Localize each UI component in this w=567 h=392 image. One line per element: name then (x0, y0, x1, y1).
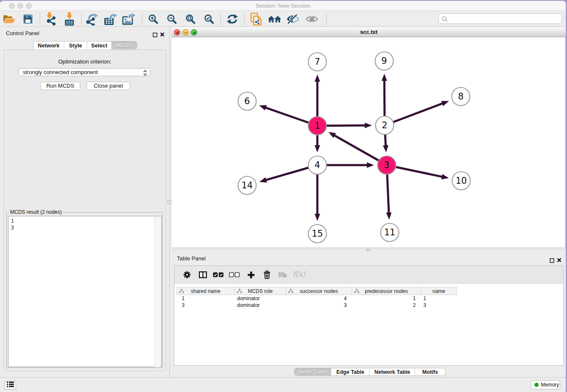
node-label-9: 9 (381, 56, 387, 66)
settings-icon[interactable] (181, 266, 193, 284)
table-panel-float-icon[interactable] (550, 257, 554, 265)
optimization-criterion-label: Optimization criterion: (4, 58, 166, 65)
delete-table-icon (276, 266, 289, 284)
toolbar-separator (142, 13, 142, 25)
table-tab-motifs[interactable]: Motifs (415, 368, 445, 375)
network-canvas[interactable]: 1234678910111415 (172, 37, 566, 248)
split-panel-icon[interactable] (196, 266, 209, 284)
cell-MCDS-role[interactable]: dominator (235, 295, 286, 302)
tab-select[interactable]: Select (87, 41, 112, 50)
delete-column-icon[interactable] (261, 266, 273, 284)
node-label-11: 11 (384, 227, 396, 237)
horizontal-splitter[interactable] (172, 248, 566, 251)
edge-arrow-1-7 (315, 75, 320, 82)
node-label-15: 15 (312, 229, 323, 239)
node-label-10: 10 (456, 176, 467, 186)
run-mcds-button[interactable]: Run MCDS (40, 82, 80, 90)
save-session-icon[interactable] (21, 11, 35, 27)
cell-successor-nodes[interactable]: 3 (286, 302, 352, 309)
import-table-icon[interactable] (62, 11, 77, 27)
tab-mcds[interactable]: MCDS (112, 41, 137, 50)
cell-successor-nodes[interactable]: 4 (286, 295, 352, 302)
table-toolbar: f(x) (174, 266, 563, 284)
network-frame-title: scc.txt (172, 27, 566, 37)
edge-arrow-1-2 (365, 123, 372, 128)
edge-arrow-1-6 (259, 105, 267, 110)
refresh-icon[interactable] (225, 11, 239, 27)
edge-arrow-3-11 (386, 213, 391, 220)
export-network-icon[interactable] (85, 11, 99, 27)
zoom-in-icon[interactable] (146, 11, 160, 27)
node-table[interactable]: shared nameMCDS rolesuccessor nodesprede… (176, 287, 457, 309)
tab-style[interactable]: Style (64, 41, 87, 50)
memory-button[interactable]: Memory (531, 380, 560, 389)
window-titlebar[interactable]: Session: New Session (0, 1, 566, 11)
table-panel-close-icon[interactable] (557, 257, 561, 264)
mcds-panel: Optimization criterion: strongly connect… (3, 50, 166, 371)
edge-arrow-1-4 (315, 145, 320, 152)
clone-network-icon[interactable] (249, 11, 263, 27)
toolbar-separator (244, 13, 245, 25)
table-tab-edge-table[interactable]: Edge Table (331, 368, 370, 375)
column-header-shared-name[interactable]: shared name (177, 287, 235, 295)
toolbar-separator (326, 13, 327, 25)
criterion-dropdown[interactable]: strongly connected component (19, 68, 150, 76)
node-label-14: 14 (242, 180, 253, 190)
cell-shared-name[interactable]: 3 (177, 302, 235, 309)
table-tab-network-table[interactable]: Network Table (370, 368, 415, 375)
splitter-grip[interactable] (366, 249, 370, 251)
mcds-result-box[interactable]: 1 3 (8, 216, 162, 367)
memory-label: Memory (541, 382, 559, 388)
cell-name[interactable]: 3 (421, 302, 457, 309)
mcds-result-scrollbar[interactable] (154, 217, 161, 367)
control-panel-title: Control Panel (6, 30, 39, 36)
control-panel-float-icon[interactable] (153, 31, 157, 39)
edge-arrow-2-9 (382, 74, 387, 81)
node-label-2: 2 (382, 120, 387, 130)
open-session-icon[interactable] (2, 11, 17, 27)
cell-name[interactable]: 1 (421, 295, 457, 302)
node-label-4: 4 (314, 160, 320, 170)
table-tab-node-table[interactable]: Node Table (295, 368, 331, 375)
show-all-icon[interactable] (267, 11, 282, 27)
add-column-icon[interactable] (245, 266, 257, 284)
table-row[interactable]: 1dominator411 (177, 295, 457, 302)
control-panel-close-icon[interactable] (160, 31, 165, 39)
search-input[interactable] (438, 14, 562, 24)
hide-selected-icon[interactable] (286, 11, 300, 27)
cell-predecessor-nodes[interactable]: 1 (352, 295, 421, 302)
vertical-splitter[interactable] (168, 27, 172, 377)
column-header-name[interactable]: name (421, 287, 457, 295)
tab-network[interactable]: Network (33, 41, 64, 50)
node-label-8: 8 (458, 91, 463, 102)
cell-MCDS-role[interactable]: dominator (235, 302, 286, 309)
column-header-predecessor-nodes[interactable]: predecessor nodes (352, 287, 421, 295)
toolbar-separator (220, 13, 221, 25)
network-frame: scc.txt 1234678910111415 (172, 27, 566, 251)
splitter-grip[interactable] (168, 200, 171, 204)
tree-icon (237, 289, 242, 295)
show-selected-icon[interactable] (305, 11, 319, 27)
node-label-6: 6 (244, 96, 250, 106)
task-history-button[interactable] (4, 381, 16, 389)
table-row[interactable]: 3dominator323 (177, 302, 457, 309)
cell-predecessor-nodes[interactable]: 2 (352, 302, 421, 309)
select-all-icon[interactable] (212, 266, 225, 284)
table-panel-tabs: Node TableEdge TableNetwork TableMotifs (294, 368, 446, 376)
control-panel-tabs: NetworkStyleSelectMCDS (33, 41, 137, 50)
cell-shared-name[interactable]: 1 (177, 295, 235, 302)
export-image-icon[interactable] (122, 11, 136, 27)
network-frame-titlebar[interactable]: scc.txt (172, 27, 566, 37)
table-panel-title: Table Panel (177, 255, 206, 262)
zoom-fit-icon[interactable] (183, 11, 198, 27)
column-header-successor-nodes[interactable]: successor nodes (286, 287, 352, 295)
import-network-icon[interactable] (44, 11, 58, 27)
main-toolbar (0, 11, 566, 27)
export-table-icon[interactable] (103, 11, 118, 27)
zoom-out-icon[interactable] (165, 11, 179, 27)
column-header-MCDS-role[interactable]: MCDS role (235, 287, 286, 295)
zoom-selected-icon[interactable] (202, 11, 216, 27)
deselect-all-icon[interactable] (228, 266, 241, 284)
edge-arrow-2-3 (383, 145, 388, 152)
close-panel-button[interactable]: Close panel (86, 82, 130, 90)
